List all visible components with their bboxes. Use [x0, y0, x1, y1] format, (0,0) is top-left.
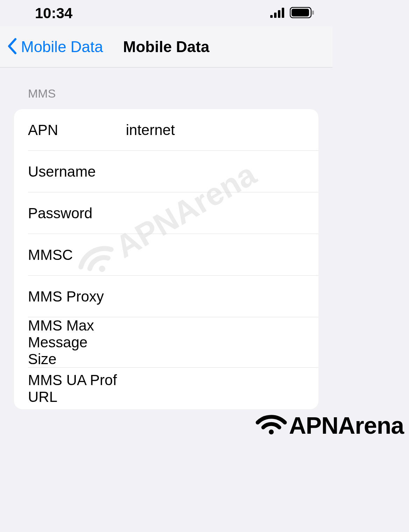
svg-rect-6	[312, 10, 314, 15]
back-label: Mobile Data	[21, 38, 103, 56]
row-mmsc[interactable]: MMSC	[14, 234, 318, 276]
status-time: 10:34	[35, 5, 72, 22]
row-password[interactable]: Password	[14, 192, 318, 234]
battery-icon	[290, 7, 315, 20]
back-button[interactable]: Mobile Data	[7, 38, 103, 56]
mms-ua-prof-input[interactable]	[120, 380, 318, 397]
row-label: Username	[28, 163, 126, 180]
nav-bar: Mobile Data Mobile Data	[0, 26, 332, 68]
mms-proxy-input[interactable]	[126, 288, 318, 305]
svg-rect-2	[278, 10, 280, 18]
chevron-left-icon	[7, 38, 17, 56]
section-header-mms: MMS	[14, 87, 318, 109]
username-input[interactable]	[126, 163, 318, 180]
row-label: Password	[28, 205, 126, 222]
row-mms-max-message-size[interactable]: MMS Max Message Size	[14, 317, 318, 368]
row-label: MMSC	[28, 247, 126, 263]
watermark-bottom: APNArena	[256, 410, 404, 440]
password-input[interactable]	[126, 205, 318, 222]
row-username[interactable]: Username	[14, 151, 318, 192]
settings-group-mms: APN Username Password MMSC	[14, 109, 318, 409]
row-label: MMS UA Prof URL	[28, 372, 120, 405]
svg-rect-1	[274, 13, 277, 18]
apn-input[interactable]	[126, 122, 318, 139]
row-mms-proxy[interactable]: MMS Proxy	[14, 276, 318, 317]
row-label: APN	[28, 122, 126, 139]
svg-rect-3	[282, 8, 284, 18]
row-label: MMS Proxy	[28, 288, 126, 305]
row-apn[interactable]: APN	[14, 109, 318, 151]
svg-rect-5	[292, 9, 309, 16]
page-title: Mobile Data	[123, 38, 209, 56]
mmsc-input[interactable]	[126, 247, 318, 263]
signal-icon	[270, 7, 286, 19]
svg-rect-0	[270, 15, 273, 18]
row-label: MMS Max Message Size	[28, 317, 120, 368]
svg-point-8	[269, 430, 274, 434]
row-mms-ua-prof-url[interactable]: MMS UA Prof URL	[14, 368, 318, 409]
status-bar: 10:34	[0, 0, 332, 26]
mms-max-size-input[interactable]	[120, 334, 318, 351]
wifi-icon	[256, 410, 287, 440]
status-icons	[270, 7, 315, 20]
watermark-text: APNArena	[289, 412, 404, 439]
